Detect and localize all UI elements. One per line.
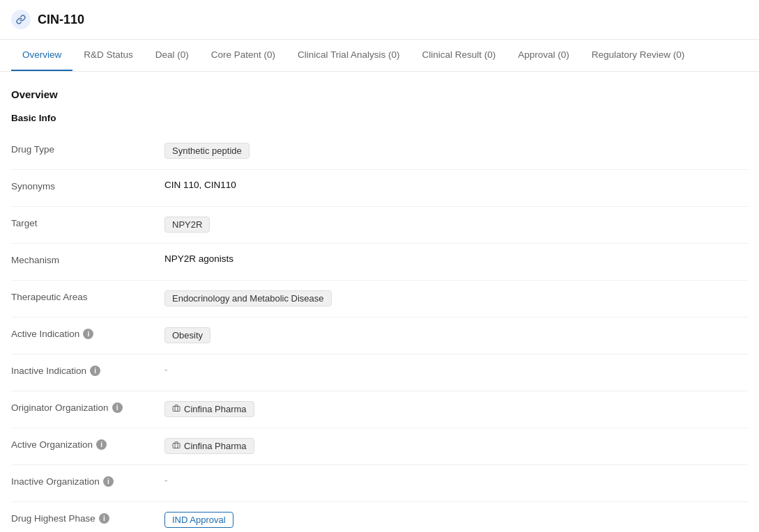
info-icon[interactable]: i <box>99 513 109 524</box>
drug-title: CIN-110 <box>38 13 84 27</box>
field-value: - <box>164 364 748 375</box>
info-icon[interactable]: i <box>83 329 93 339</box>
field-badge: Synthetic peptide <box>164 143 250 159</box>
svg-rect-1 <box>173 444 180 448</box>
field-value: NPY2R agonists <box>164 253 748 264</box>
info-icon[interactable]: i <box>103 476 114 487</box>
info-icon[interactable]: i <box>112 402 123 413</box>
field-value: Synthetic peptide <box>164 143 748 159</box>
field-row: MechanismNPY2R agonists <box>11 247 748 277</box>
svg-rect-0 <box>173 407 180 412</box>
field-dash: - <box>164 364 168 375</box>
field-value: - <box>164 475 748 485</box>
tab-clinical-trial-analysis--0-[interactable]: Clinical Trial Analysis (0) <box>286 40 411 71</box>
field-value: Cinfina Pharma <box>164 438 748 454</box>
field-row: Therapeutic AreasEndocrinology and Metab… <box>11 283 748 314</box>
org-icon <box>172 441 181 451</box>
field-row: Inactive Organizationi- <box>11 468 748 499</box>
field-badge: Obesity <box>164 327 210 343</box>
field-row: Active IndicationiObesity <box>11 320 748 351</box>
tab-regulatory-review--0-[interactable]: Regulatory Review (0) <box>581 40 696 71</box>
field-label: Therapeutic Areas <box>11 290 164 302</box>
field-label: Active Indicationi <box>11 327 164 339</box>
field-value: IND Approval <box>164 512 748 528</box>
overview-section-title: Overview <box>11 88 748 100</box>
field-value: Endocrinology and Metabolic Disease <box>164 290 748 306</box>
field-row: Drug TypeSynthetic peptide <box>11 136 748 166</box>
field-row: SynonymsCIN 110, CIN110 <box>11 173 748 203</box>
tab-overview[interactable]: Overview <box>11 40 72 71</box>
field-value: Cinfina Pharma <box>164 401 748 417</box>
org-icon <box>172 404 181 414</box>
tab-approval--0-[interactable]: Approval (0) <box>507 40 581 71</box>
field-label: Drug Type <box>11 143 164 155</box>
field-value: NPY2R <box>164 217 748 233</box>
field-badge: Endocrinology and Metabolic Disease <box>164 290 332 306</box>
field-value: CIN 110, CIN110 <box>164 180 748 190</box>
field-row: TargetNPY2R <box>11 210 748 240</box>
field-label: Drug Highest Phasei <box>11 512 164 524</box>
tab-deal--0-[interactable]: Deal (0) <box>144 40 200 71</box>
field-badge: NPY2R <box>164 217 210 233</box>
page-header: CIN-110 <box>0 0 759 40</box>
field-badge-blue: IND Approval <box>164 512 233 528</box>
main-content: Overview Basic Info Drug TypeSynthetic p… <box>0 72 759 532</box>
basic-info-title: Basic Info <box>11 113 748 123</box>
field-label: Synonyms <box>11 180 164 191</box>
tab-r-d-status[interactable]: R&D Status <box>72 40 144 71</box>
field-label: Inactive Organizationi <box>11 475 164 487</box>
field-label: Mechanism <box>11 253 164 265</box>
field-row: Originator OrganizationiCinfina Pharma <box>11 394 748 425</box>
field-row: Active OrganizationiCinfina Pharma <box>11 431 748 462</box>
field-dash: - <box>164 475 168 485</box>
field-label: Inactive Indicationi <box>11 364 164 376</box>
field-value: Obesity <box>164 327 748 343</box>
field-org-badge[interactable]: Cinfina Pharma <box>164 401 254 417</box>
info-icon[interactable]: i <box>90 366 100 376</box>
field-org-badge[interactable]: Cinfina Pharma <box>164 438 254 454</box>
field-label: Target <box>11 217 164 228</box>
info-icon[interactable]: i <box>96 439 107 450</box>
tab-clinical-result--0-[interactable]: Clinical Result (0) <box>411 40 507 71</box>
drug-icon <box>11 10 31 29</box>
field-label: Originator Organizationi <box>11 401 164 413</box>
field-row: Drug Highest PhaseiIND Approval <box>11 505 748 532</box>
field-label: Active Organizationi <box>11 438 164 450</box>
field-row: Inactive Indicationi- <box>11 357 748 388</box>
tab-bar: OverviewR&D StatusDeal (0)Core Patent (0… <box>0 40 759 72</box>
tab-core-patent--0-[interactable]: Core Patent (0) <box>200 40 286 71</box>
